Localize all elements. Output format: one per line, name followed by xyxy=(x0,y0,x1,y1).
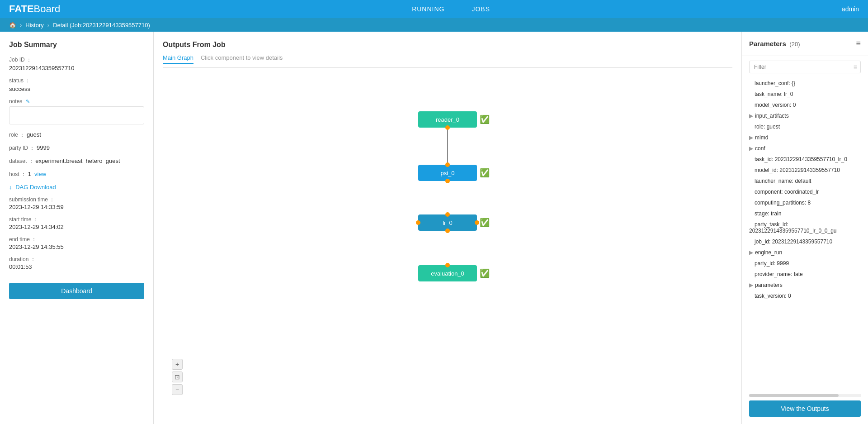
node-psi-0[interactable]: psi_0 ✅ xyxy=(418,165,477,181)
param-key: role: guest xyxy=(755,124,780,130)
breadcrumb-detail: Detail (Job:20231229143359557710) xyxy=(53,22,150,29)
param-item[interactable]: ▶engine_run xyxy=(749,247,861,258)
view-outputs-button[interactable]: View the Outputs xyxy=(749,400,861,417)
party-id-label: party ID ： xyxy=(9,145,35,151)
param-key: stage: train xyxy=(755,210,781,217)
dag-download[interactable]: ↓ DAG Download xyxy=(9,184,144,191)
breadcrumb: 🏠 › History › Detail (Job:20231229143359… xyxy=(0,18,868,32)
field-notes: notes ✎ xyxy=(9,98,144,126)
params-scrollbar xyxy=(749,394,861,397)
lr-check-icon: ✅ xyxy=(480,218,490,228)
param-item: launcher_conf: {} xyxy=(749,78,861,89)
field-start-time: start time ： 2023-12-29 14:34:02 xyxy=(9,216,144,230)
job-id-value: 20231229143359557710 xyxy=(9,65,144,71)
node-reader-0[interactable]: reader_0 ✅ xyxy=(418,111,477,128)
dashboard-button[interactable]: Dashboard xyxy=(9,283,144,299)
filter-icon: ≡ xyxy=(854,63,857,71)
param-item: model_version: 0 xyxy=(749,100,861,110)
field-dataset: dataset ： experiment.breast_hetero_guest xyxy=(9,157,144,165)
param-item: computing_partitions: 8 xyxy=(749,197,861,208)
param-key: conf xyxy=(755,145,765,152)
dataset-value: experiment.breast_hetero_guest xyxy=(35,157,120,164)
submission-label: submission time ： xyxy=(9,196,55,203)
params-title: Parameters xyxy=(749,40,786,48)
params-list: launcher_conf: {}task_name: lr_0model_ve… xyxy=(742,78,868,394)
param-item: party_id: 9999 xyxy=(749,258,861,269)
field-end-time: end time ： 2023-12-29 14:35:55 xyxy=(9,236,144,250)
expand-arrow: ▶ xyxy=(749,134,753,141)
breadcrumb-sep1: › xyxy=(20,22,22,29)
param-item[interactable]: ▶parameters xyxy=(749,280,861,291)
param-item: job_id: 20231229143359557710 xyxy=(749,236,861,247)
param-item[interactable]: ▶conf xyxy=(749,143,861,154)
eval-dot-top xyxy=(445,263,450,267)
eval-check-icon: ✅ xyxy=(480,268,490,278)
param-key: provider_name: fate xyxy=(755,271,803,277)
breadcrumb-history[interactable]: History xyxy=(25,22,43,29)
field-job-id: Job ID ： 20231229143359557710 xyxy=(9,56,144,71)
status-label: status ： xyxy=(9,77,144,85)
lr-dot-top xyxy=(445,212,450,217)
lr-dot-bottom xyxy=(445,229,450,233)
zoom-in-button[interactable]: + xyxy=(172,359,183,370)
params-menu-icon[interactable]: ≡ xyxy=(856,39,861,48)
tab-main-graph[interactable]: Main Graph xyxy=(163,54,193,64)
expand-arrow: ▶ xyxy=(749,249,753,256)
nav-running[interactable]: RUNNING xyxy=(412,5,444,13)
start-value: 2023-12-29 14:34:02 xyxy=(9,224,144,230)
field-party-id: party ID ： 9999 xyxy=(9,144,144,152)
duration-value: 00:01:53 xyxy=(9,263,144,270)
param-item[interactable]: ▶input_artifacts xyxy=(749,110,861,121)
header-nav: RUNNING JOBS xyxy=(412,5,490,13)
reader-dot-bottom xyxy=(445,125,450,130)
node-lr-0[interactable]: lr_0 ✅ xyxy=(418,214,477,231)
params-title-group: Parameters (20) xyxy=(749,40,800,48)
param-key: model_id: 20231229143359557710 xyxy=(755,167,840,173)
psi-check-icon: ✅ xyxy=(480,168,490,178)
param-key: input_artifacts xyxy=(755,113,789,119)
notes-edit-icon[interactable]: ✎ xyxy=(26,99,30,104)
param-item: stage: train xyxy=(749,208,861,219)
logo-board: Board xyxy=(34,3,61,14)
job-id-label: Job ID ： xyxy=(9,56,144,64)
node-evaluation-0[interactable]: evaluation_0 ✅ xyxy=(418,265,477,281)
node-psi-label: psi_0 xyxy=(440,170,454,176)
field-host: host ： 1 view xyxy=(9,171,144,178)
end-label: end time ： xyxy=(9,236,37,243)
params-filter: ≡ xyxy=(749,61,861,73)
node-reader-label: reader_0 xyxy=(436,116,459,123)
param-key: model_version: 0 xyxy=(755,102,796,108)
host-view-link[interactable]: view xyxy=(34,171,46,177)
role-value: guest xyxy=(27,131,41,138)
reader-check-icon: ✅ xyxy=(480,114,490,124)
param-item[interactable]: ▶mlmd xyxy=(749,132,861,143)
breadcrumb-home[interactable]: 🏠 xyxy=(9,22,16,29)
logo[interactable]: FATEBoard xyxy=(9,3,60,15)
param-item: role: guest xyxy=(749,121,861,132)
param-item: task_version: 0 xyxy=(749,291,861,301)
field-submission-time: submission time ： 2023-12-29 14:33:59 xyxy=(9,196,144,210)
notes-input[interactable] xyxy=(9,106,144,124)
graph-tabs: Main Graph Click component to view detai… xyxy=(163,54,732,68)
role-label: role ： xyxy=(9,132,25,138)
zoom-fit-button[interactable]: ⊡ xyxy=(172,372,183,382)
params-panel: Parameters (20) ≡ ≡ launcher_conf: {}tas… xyxy=(741,32,868,424)
param-item: provider_name: fate xyxy=(749,269,861,280)
start-label: start time ： xyxy=(9,216,38,223)
param-item: launcher_name: default xyxy=(749,176,861,186)
param-item: component: coordinated_lr xyxy=(749,186,861,197)
zoom-out-button[interactable]: − xyxy=(172,384,183,395)
param-item: party_task_id: 20231229143359557710_lr_0… xyxy=(749,219,861,236)
expand-arrow: ▶ xyxy=(749,145,753,152)
params-filter-input[interactable] xyxy=(749,61,861,73)
param-key: party_id: 9999 xyxy=(755,260,789,267)
field-role: role ： guest xyxy=(9,131,144,139)
param-key: launcher_name: default xyxy=(755,178,811,184)
download-icon: ↓ xyxy=(9,184,12,191)
psi-dot-bottom xyxy=(445,179,450,183)
notes-label: notes xyxy=(9,98,22,105)
sidebar-title: Job Summary xyxy=(9,41,144,49)
nav-jobs[interactable]: JOBS xyxy=(472,5,490,13)
graph-area: Outputs From Job Main Graph Click compon… xyxy=(154,32,741,424)
header-admin: admin xyxy=(842,5,859,13)
